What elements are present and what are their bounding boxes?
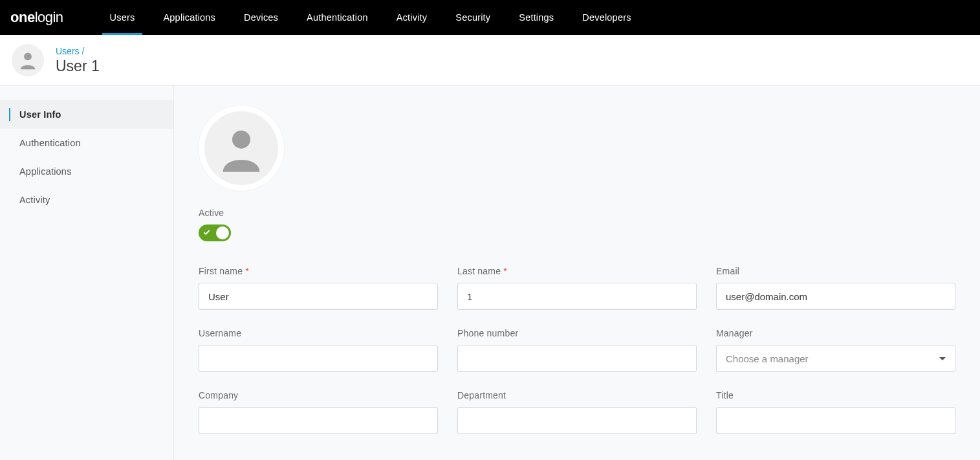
- department-label: Department: [457, 390, 697, 400]
- department-input[interactable]: [457, 407, 697, 434]
- nav-settings[interactable]: Settings: [505, 0, 568, 35]
- email-field-wrap: Email: [716, 266, 955, 310]
- title-label: Title: [716, 390, 955, 400]
- page-header: Users / User 1: [0, 35, 980, 86]
- title-input[interactable]: [716, 407, 955, 434]
- check-icon: [203, 229, 210, 237]
- first-name-label: First name *: [199, 266, 438, 276]
- breadcrumb-users[interactable]: Users /: [56, 46, 100, 56]
- breadcrumb-wrap: Users / User 1: [56, 46, 100, 75]
- nav-developers[interactable]: Developers: [568, 0, 645, 35]
- username-input[interactable]: [199, 345, 438, 372]
- brand-logo: onelogin: [10, 9, 63, 26]
- user-avatar-large: [204, 111, 278, 185]
- toggle-knob: [216, 226, 229, 239]
- sidebar-item-user-info[interactable]: User Info: [0, 100, 173, 129]
- username-field-wrap: Username: [199, 328, 438, 372]
- phone-input[interactable]: [457, 345, 697, 372]
- form-grid: First name * Last name * Email Username …: [199, 266, 955, 434]
- phone-label: Phone number: [457, 328, 697, 338]
- sidebar-item-applications[interactable]: Applications: [0, 157, 173, 186]
- manager-label: Manager: [716, 328, 955, 338]
- manager-placeholder: Choose a manager: [726, 353, 809, 364]
- user-avatar-small: [12, 44, 44, 76]
- sidebar-item-authentication[interactable]: Authentication: [0, 129, 173, 157]
- email-input[interactable]: [716, 283, 955, 310]
- page-title: User 1: [56, 58, 100, 75]
- manager-field-wrap: Manager Choose a manager: [716, 328, 955, 372]
- svg-point-0: [24, 52, 32, 60]
- last-name-label: Last name *: [457, 266, 697, 276]
- active-label: Active: [199, 208, 955, 218]
- brand-pre: one: [10, 9, 35, 25]
- primary-nav: Users Applications Devices Authenticatio…: [96, 0, 646, 35]
- sidebar: User Info Authentication Applications Ac…: [0, 86, 174, 460]
- manager-select[interactable]: Choose a manager: [716, 345, 955, 372]
- active-toggle[interactable]: [199, 225, 231, 241]
- username-label: Username: [199, 328, 438, 338]
- required-star: *: [245, 266, 249, 276]
- nav-activity[interactable]: Activity: [382, 0, 442, 35]
- required-star: *: [503, 266, 507, 276]
- first-name-input[interactable]: [199, 283, 438, 310]
- nav-users[interactable]: Users: [96, 0, 149, 35]
- nav-applications[interactable]: Applications: [149, 0, 230, 35]
- email-label: Email: [716, 266, 955, 276]
- nav-security[interactable]: Security: [441, 0, 505, 35]
- nav-devices[interactable]: Devices: [230, 0, 292, 35]
- user-silhouette-icon: [17, 49, 39, 71]
- content-layout: User Info Authentication Applications Ac…: [0, 86, 980, 460]
- department-field-wrap: Department: [457, 390, 697, 434]
- last-name-input[interactable]: [457, 283, 697, 310]
- title-field-wrap: Title: [716, 390, 955, 434]
- main-content: Active First name * Last name * Em: [174, 86, 980, 460]
- svg-point-1: [232, 131, 250, 149]
- user-avatar-large-wrap[interactable]: [199, 105, 284, 191]
- user-silhouette-icon: [215, 122, 267, 174]
- phone-field-wrap: Phone number: [457, 328, 697, 372]
- first-name-field-wrap: First name *: [199, 266, 438, 310]
- last-name-field-wrap: Last name *: [457, 266, 697, 310]
- brand-post: login: [35, 9, 63, 25]
- company-field-wrap: Company: [199, 390, 438, 434]
- company-label: Company: [199, 390, 438, 400]
- caret-down-icon: [939, 357, 946, 360]
- company-input[interactable]: [199, 407, 438, 434]
- top-nav-bar: onelogin Users Applications Devices Auth…: [0, 0, 980, 35]
- sidebar-item-activity[interactable]: Activity: [0, 186, 173, 214]
- nav-authentication[interactable]: Authentication: [292, 0, 382, 35]
